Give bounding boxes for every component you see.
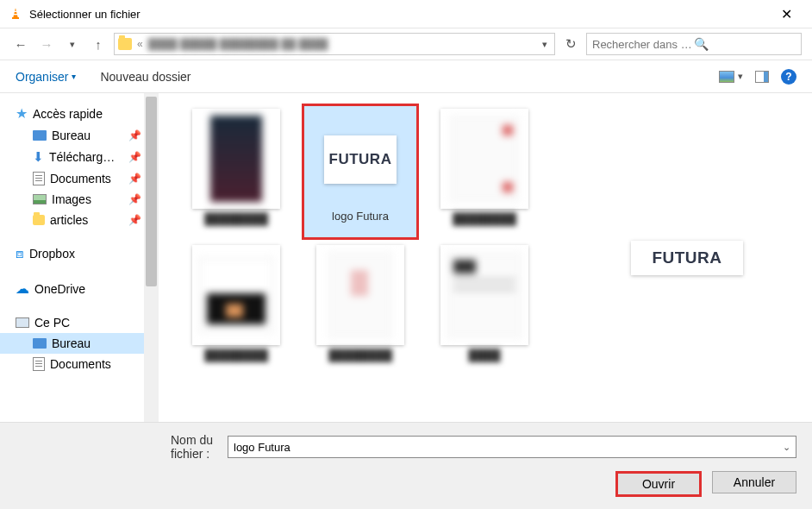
sidebar-quick-access[interactable]: ★ Accès rapide <box>16 102 159 125</box>
sidebar-item-bureau[interactable]: Bureau 📌 <box>16 125 159 146</box>
pin-icon: 📌 <box>128 214 141 226</box>
folder-icon <box>33 215 45 225</box>
pictures-icon <box>33 194 47 204</box>
sidebar-item-articles[interactable]: articles 📌 <box>16 210 159 230</box>
folder-icon <box>118 38 132 50</box>
forward-button[interactable]: → <box>36 34 57 54</box>
recent-dropdown[interactable]: ▾ <box>62 34 83 54</box>
sidebar-item-documents[interactable]: Documents 📌 <box>16 168 159 189</box>
open-button[interactable]: Ouvrir <box>615 471 702 497</box>
chevron-down-icon[interactable]: ⌄ <box>783 442 790 453</box>
chevron-down-icon: ▾ <box>738 71 743 82</box>
help-button[interactable]: ? <box>781 69 796 85</box>
star-icon: ★ <box>16 105 28 122</box>
search-icon: 🔍 <box>694 37 796 51</box>
file-tile[interactable]: ████████ <box>426 104 543 238</box>
vlc-icon <box>9 7 22 21</box>
file-grid: ████████ FUTURA logo Futura ████████ ███… <box>159 93 562 422</box>
sidebar: ★ Accès rapide Bureau 📌 ⬇ Téléchargement… <box>0 93 159 422</box>
file-label: logo Futura <box>332 210 389 223</box>
file-tile[interactable]: ████ <box>426 240 543 374</box>
address-path: ████ █████ ████████ ██ ████ <box>148 38 534 50</box>
svg-rect-3 <box>14 14 17 15</box>
desktop-icon <box>33 338 47 349</box>
dropbox-icon: ⧈ <box>16 246 24 261</box>
file-open-dialog: Sélectionner un fichier ✕ ← → ▾ ↑ « ████… <box>0 0 812 509</box>
back-button[interactable]: ← <box>10 34 31 54</box>
pc-icon <box>16 317 29 328</box>
up-button[interactable]: ↑ <box>88 34 109 54</box>
file-tile[interactable]: ████████ <box>178 240 295 374</box>
main-content: ★ Accès rapide Bureau 📌 ⬇ Téléchargement… <box>0 93 812 422</box>
address-dropdown[interactable]: ▾ <box>539 39 551 50</box>
pin-icon: 📌 <box>128 129 141 141</box>
search-placeholder: Rechercher dans : Comment in... <box>592 38 694 51</box>
sidebar-onedrive[interactable]: ☁ OneDrive <box>16 277 159 300</box>
svg-rect-1 <box>12 17 19 19</box>
document-icon <box>33 172 45 185</box>
futura-logo-thumb: FUTURA <box>329 151 392 168</box>
pin-icon: 📌 <box>128 193 141 205</box>
filename-input[interactable]: logo Futura ⌄ <box>228 436 796 458</box>
sidebar-item-downloads[interactable]: ⬇ Téléchargements 📌 <box>16 146 159 168</box>
document-icon <box>33 357 45 371</box>
footer: Nom du fichier : logo Futura ⌄ Ouvrir An… <box>0 422 812 509</box>
svg-rect-2 <box>15 11 17 12</box>
preview-pane: FUTURA <box>562 93 812 422</box>
file-tile[interactable]: ████████ <box>302 240 419 374</box>
view-icon <box>719 71 734 83</box>
svg-marker-0 <box>13 8 17 17</box>
filename-value: logo Futura <box>234 441 290 454</box>
window-title: Sélectionner un fichier <box>29 8 769 21</box>
file-area: ████████ FUTURA logo Futura ████████ ███… <box>159 93 812 422</box>
futura-logo-preview: FUTURA <box>652 248 721 267</box>
download-icon: ⬇ <box>33 149 44 165</box>
file-tile[interactable]: ████████ <box>178 104 295 238</box>
sidebar-item-images[interactable]: Images 📌 <box>16 189 159 210</box>
sidebar-scrollbar[interactable] <box>144 93 159 422</box>
sidebar-pc-documents[interactable]: Documents <box>16 354 159 374</box>
view-menu[interactable]: ▾ <box>719 71 743 83</box>
titlebar: Sélectionner un fichier ✕ <box>0 0 812 28</box>
search-input[interactable]: Rechercher dans : Comment in... 🔍 <box>586 33 802 55</box>
preview-pane-toggle[interactable] <box>755 71 769 83</box>
onedrive-icon: ☁ <box>16 280 29 297</box>
close-button[interactable]: ✕ <box>769 1 803 27</box>
file-tile-logo-futura[interactable]: FUTURA logo Futura <box>302 104 419 240</box>
navigation-bar: ← → ▾ ↑ « ████ █████ ████████ ██ ████ ▾ … <box>0 28 812 60</box>
sidebar-pc-bureau[interactable]: Bureau <box>0 333 159 354</box>
new-folder-button[interactable]: Nouveau dossier <box>100 70 191 84</box>
pin-icon: 📌 <box>128 173 141 185</box>
cancel-button[interactable]: Annuler <box>712 471 796 493</box>
toolbar: Organiser▾ Nouveau dossier ▾ ? <box>0 60 812 93</box>
pin-icon: 📌 <box>128 151 141 163</box>
desktop-icon <box>33 130 47 141</box>
refresh-button[interactable]: ↻ <box>560 34 581 54</box>
sidebar-dropbox[interactable]: ⧈ Dropbox <box>16 242 159 265</box>
filename-label: Nom du fichier : <box>171 433 215 461</box>
sidebar-this-pc[interactable]: Ce PC <box>16 312 159 333</box>
organize-menu[interactable]: Organiser▾ <box>16 70 76 84</box>
address-bar[interactable]: « ████ █████ ████████ ██ ████ ▾ <box>114 33 555 55</box>
